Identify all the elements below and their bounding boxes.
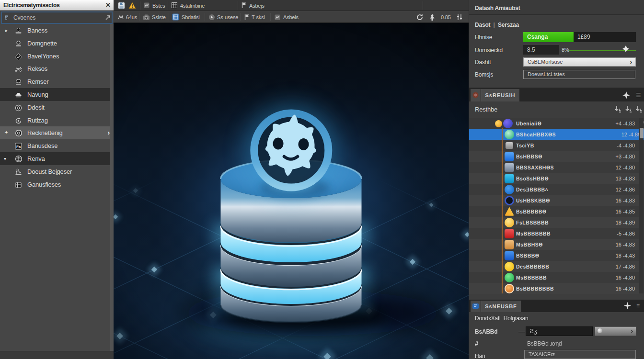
svg-text:Fa: Fa [16,145,21,149]
